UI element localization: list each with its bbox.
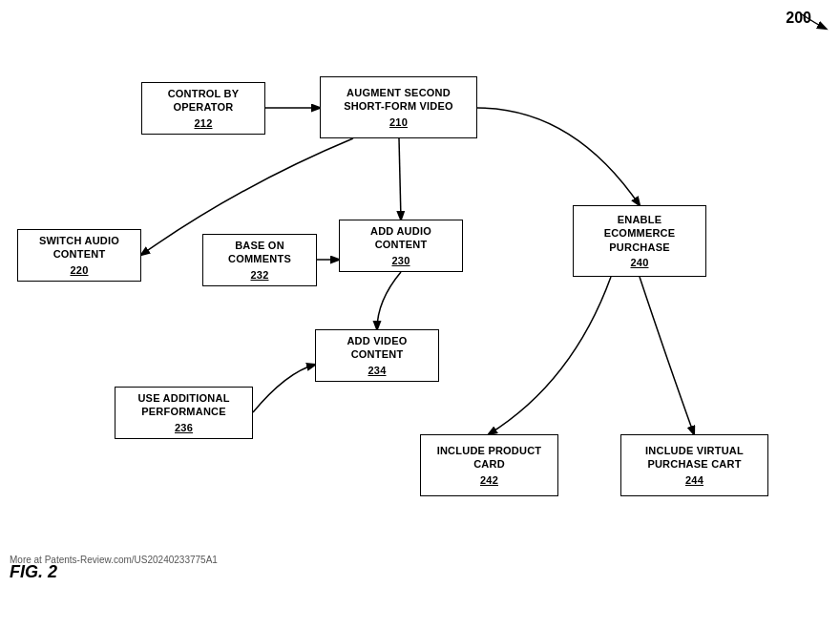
box-b240: ENABLE ECOMMERCE PURCHASE240 [573, 205, 706, 277]
box-b230: ADD AUDIO CONTENT230 [339, 220, 463, 272]
box-ref-b236: 236 [175, 421, 193, 434]
box-label-b232: BASE ON COMMENTS [228, 239, 291, 266]
box-ref-b220: 220 [70, 263, 88, 277]
fig-num-text: FIG. 2 [10, 562, 57, 581]
box-b220: SWITCH AUDIO CONTENT220 [17, 229, 141, 282]
box-ref-b230: 230 [391, 254, 410, 267]
box-b232: BASE ON COMMENTS232 [202, 234, 317, 286]
box-b212: CONTROL BY OPERATOR212 [141, 82, 265, 135]
watermark: More at Patents-Review.com/US20240233775… [10, 555, 218, 565]
diagram: 200 AUGMENT SECOND [0, 0, 840, 592]
box-label-b242: INCLUDE PRODUCT CARD [437, 444, 542, 472]
box-b244: INCLUDE VIRTUAL PURCHASE CART244 [620, 434, 768, 496]
box-label-b240: ENABLE ECOMMERCE PURCHASE [604, 213, 676, 254]
box-ref-b234: 234 [368, 364, 386, 377]
box-b234: ADD VIDEO CONTENT234 [315, 329, 439, 382]
box-label-b244: INCLUDE VIRTUAL PURCHASE CART [645, 444, 744, 472]
box-label-b210: AUGMENT SECOND SHORT-FORM VIDEO [344, 86, 453, 114]
figure-number: 200 [786, 10, 811, 27]
box-ref-b240: 240 [630, 256, 648, 269]
box-b210: AUGMENT SECOND SHORT-FORM VIDEO210 [320, 76, 477, 138]
svg-line-1 [399, 138, 401, 220]
box-ref-b242: 242 [480, 473, 498, 487]
figure-label: FIG. 2 [10, 562, 57, 582]
box-label-b234: ADD VIDEO CONTENT [346, 334, 407, 362]
box-b236: USE ADDITIONAL PERFORMANCE236 [115, 387, 253, 439]
box-ref-b232: 232 [250, 268, 268, 282]
box-label-b236: USE ADDITIONAL PERFORMANCE [137, 391, 229, 419]
box-ref-b212: 212 [194, 116, 212, 130]
box-label-b220: SWITCH AUDIO CONTENT [39, 234, 119, 262]
box-label-b230: ADD AUDIO CONTENT [370, 224, 431, 252]
box-b242: INCLUDE PRODUCT CARD242 [420, 434, 558, 496]
box-ref-b244: 244 [685, 473, 704, 487]
box-label-b212: CONTROL BY OPERATOR [168, 87, 240, 115]
box-ref-b210: 210 [389, 115, 408, 129]
